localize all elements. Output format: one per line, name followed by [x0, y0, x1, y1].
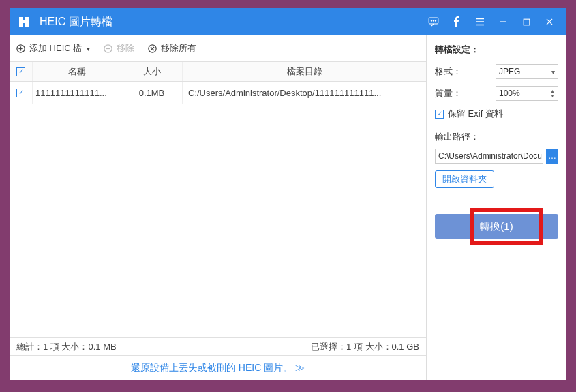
footer: 還原設備上丟失或被刪的 HEIC 圖片。 ≫ [10, 355, 426, 380]
chevron-down-icon: ▾ [551, 68, 555, 76]
svg-point-6 [435, 20, 436, 21]
open-folder-button[interactable]: 開啟資料夾 [435, 170, 494, 188]
file-list[interactable]: 1111111111111... 0.1MB C:/Users/Administ… [10, 82, 426, 337]
close-icon[interactable] [538, 8, 561, 35]
recover-link[interactable]: 還原設備上丟失或被刪的 HEIC 圖片。 ≫ [131, 362, 305, 374]
table-row[interactable]: 1111111111111... 0.1MB C:/Users/Administ… [10, 82, 426, 104]
add-heic-label: 添加 HEIC 檔 [29, 42, 82, 55]
keep-exif-label: 保留 Exif 資料 [448, 108, 503, 120]
browse-button[interactable]: … [546, 149, 558, 164]
output-path-input[interactable]: C:\Users\Administrator\Docu [435, 149, 543, 164]
chevron-down-icon: ▾ [87, 45, 90, 52]
status-bar: 總計：1 項 大小：0.1 MB 已選擇：1 項 大小：0.1 GB [10, 337, 426, 355]
format-label: 格式： [435, 65, 461, 78]
plus-icon [15, 43, 26, 54]
status-total: 總計：1 項 大小：0.1 MB [16, 341, 117, 353]
remove-all-button[interactable]: 移除所有 [147, 42, 196, 55]
quality-stepper[interactable]: 100% ▲▼ [496, 86, 558, 101]
settings-panel: 轉檔設定： 格式： JPEG ▾ 質量： 100% ▲▼ 保留 Exif 資料 … [427, 35, 566, 380]
facebook-icon[interactable] [445, 8, 468, 35]
status-selected: 已選擇：1 項 大小：0.1 GB [311, 341, 419, 353]
feedback-icon[interactable] [422, 8, 445, 35]
remove-label: 移除 [117, 42, 134, 55]
clear-icon [147, 43, 157, 54]
format-select[interactable]: JPEG ▾ [496, 64, 558, 79]
cell-path: C:/Users/Administrator/Desktop/111111111… [183, 82, 426, 104]
col-size[interactable]: 大小 [121, 62, 183, 81]
window-title: HEIC 圖片轉檔 [40, 15, 422, 29]
add-heic-button[interactable]: 添加 HEIC 檔 ▾ [15, 42, 90, 55]
svg-rect-11 [524, 19, 530, 25]
settings-title: 轉檔設定： [435, 44, 558, 56]
maximize-icon[interactable] [515, 8, 538, 35]
cell-name: 1111111111111... [33, 82, 121, 104]
spinner-arrows-icon[interactable]: ▲▼ [550, 89, 555, 98]
convert-button[interactable]: 轉換(1) [435, 214, 558, 239]
row-checkbox[interactable] [16, 89, 25, 97]
minimize-icon[interactable] [491, 8, 515, 35]
svg-point-4 [431, 20, 431, 21]
minus-icon [102, 43, 113, 54]
app-logo-icon [15, 13, 33, 31]
output-label: 輸出路徑： [435, 131, 558, 143]
col-name[interactable]: 名稱 [33, 62, 121, 81]
remove-button: 移除 [102, 42, 134, 55]
keep-exif-checkbox[interactable] [435, 110, 444, 119]
toolbar: 添加 HEIC 檔 ▾ 移除 移除所有 [10, 35, 426, 61]
svg-point-5 [433, 20, 434, 21]
remove-all-label: 移除所有 [161, 42, 196, 55]
titlebar: HEIC 圖片轉檔 [10, 8, 566, 35]
left-panel: 添加 HEIC 檔 ▾ 移除 移除所有 名稱 [10, 35, 427, 380]
format-value: JPEG [499, 67, 520, 76]
quality-value: 100% [499, 89, 520, 98]
col-path[interactable]: 檔案目錄 [183, 62, 426, 81]
app-window: HEIC 圖片轉檔 添加 HEIC 檔 [10, 8, 566, 380]
quality-label: 質量： [435, 87, 461, 100]
select-all-checkbox[interactable] [16, 67, 25, 76]
cell-size: 0.1MB [121, 82, 183, 104]
table-header: 名稱 大小 檔案目錄 [10, 61, 426, 82]
svg-rect-2 [22, 20, 26, 23]
menu-icon[interactable] [468, 8, 491, 35]
